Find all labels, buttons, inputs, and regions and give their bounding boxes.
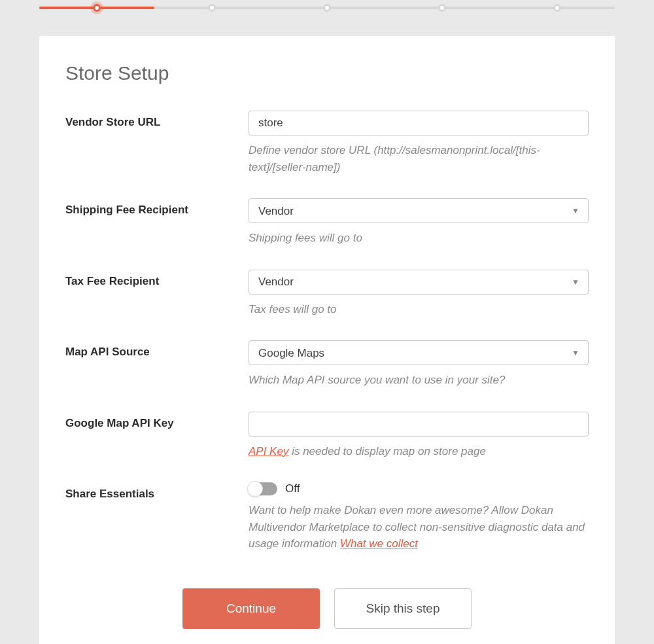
- gmap-key-help: API Key is needed to display map on stor…: [249, 443, 589, 460]
- map-source-help: Which Map API source you want to use in …: [249, 372, 589, 389]
- gmap-key-input[interactable]: [249, 412, 589, 437]
- store-url-input[interactable]: [249, 111, 589, 135]
- tax-fee-select[interactable]: Vendor: [249, 270, 589, 295]
- continue-button[interactable]: Continue: [182, 588, 320, 629]
- skip-step-button[interactable]: Skip this step: [334, 588, 472, 629]
- tax-fee-help: Tax fees will go to: [249, 301, 589, 318]
- field-share-essentials: Share Essentials Off Want to help make D…: [65, 482, 589, 552]
- shipping-fee-select[interactable]: Vendor: [249, 198, 589, 223]
- progress-step-3[interactable]: [323, 4, 331, 12]
- progress-step-1[interactable]: [93, 4, 101, 12]
- gmap-key-label: Google Map API Key: [65, 412, 249, 460]
- action-buttons: Continue Skip this step: [65, 588, 589, 629]
- share-toggle-row: Off: [249, 482, 589, 495]
- store-url-help: Define vendor store URL (http://salesman…: [249, 142, 589, 175]
- share-help: Want to help make Dokan even more awesom…: [249, 502, 589, 552]
- field-store-url: Vendor Store URL Define vendor store URL…: [65, 111, 589, 175]
- share-essentials-label: Share Essentials: [65, 482, 249, 552]
- api-key-link[interactable]: API Key: [249, 445, 288, 457]
- store-url-label: Vendor Store URL: [65, 111, 249, 175]
- field-tax-fee: Tax Fee Recipient Vendor ▼ Tax fees will…: [65, 270, 589, 318]
- progress-step-4[interactable]: [438, 4, 446, 12]
- progress-step-5[interactable]: [553, 4, 561, 12]
- progress-step-2[interactable]: [208, 4, 216, 12]
- shipping-fee-label: Shipping Fee Recipient: [65, 198, 249, 247]
- map-source-select[interactable]: Google Maps: [249, 340, 589, 365]
- field-gmap-key: Google Map API Key API Key is needed to …: [65, 412, 589, 460]
- page-title: Store Setup: [65, 62, 589, 84]
- share-toggle[interactable]: [249, 482, 277, 495]
- share-toggle-state: Off: [285, 482, 300, 495]
- tax-fee-label: Tax Fee Recipient: [65, 270, 249, 318]
- field-shipping-fee: Shipping Fee Recipient Vendor ▼ Shipping…: [65, 198, 589, 247]
- setup-card: Store Setup Vendor Store URL Define vend…: [39, 36, 615, 644]
- toggle-knob: [247, 481, 263, 497]
- progress-nodes: [39, 7, 615, 9]
- what-we-collect-link[interactable]: What we collect: [340, 537, 418, 550]
- field-map-source: Map API Source Google Maps ▼ Which Map A…: [65, 340, 589, 389]
- map-source-label: Map API Source: [65, 340, 249, 389]
- setup-progress: [0, 0, 654, 20]
- shipping-fee-help: Shipping fees will go to: [249, 230, 589, 247]
- gmap-key-help-rest: is needed to display map on store page: [288, 445, 485, 457]
